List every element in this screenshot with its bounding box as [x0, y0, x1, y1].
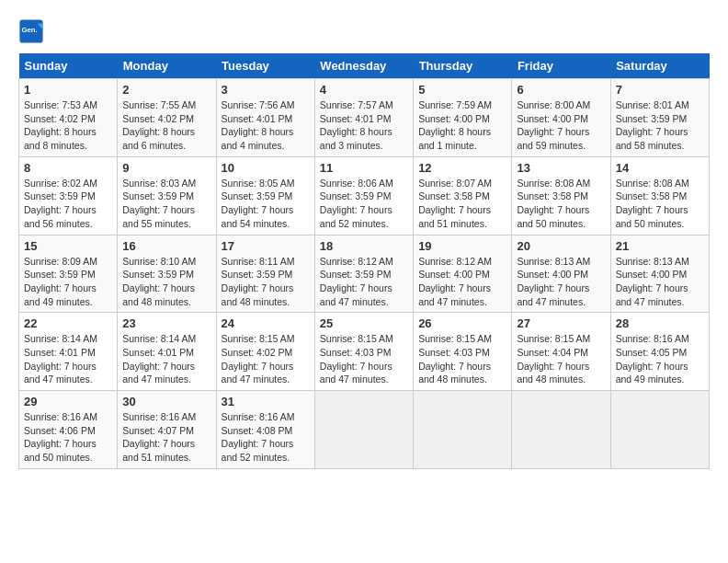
calendar-cell: 16 Sunrise: 8:10 AMSunset: 3:59 PMDaylig…: [118, 235, 216, 313]
day-detail: Sunrise: 8:08 AMSunset: 3:58 PMDaylight:…: [517, 178, 590, 229]
day-number: 14: [616, 161, 704, 175]
calendar-cell: 27 Sunrise: 8:15 AMSunset: 4:04 PMDaylig…: [512, 313, 610, 391]
calendar-cell: 21 Sunrise: 8:13 AMSunset: 4:00 PMDaylig…: [610, 235, 709, 313]
day-detail: Sunrise: 8:13 AMSunset: 4:00 PMDaylight:…: [616, 256, 689, 307]
calendar-week-5: 29 Sunrise: 8:16 AMSunset: 4:06 PMDaylig…: [19, 391, 710, 469]
day-number: 7: [616, 83, 704, 97]
calendar-cell: 4 Sunrise: 7:57 AMSunset: 4:01 PMDayligh…: [314, 79, 413, 157]
calendar-cell: 28 Sunrise: 8:16 AMSunset: 4:05 PMDaylig…: [610, 313, 709, 391]
day-number: 16: [122, 239, 210, 253]
day-detail: Sunrise: 8:05 AMSunset: 3:59 PMDaylight:…: [222, 178, 295, 229]
calendar-cell: 14 Sunrise: 8:08 AMSunset: 3:58 PMDaylig…: [610, 156, 709, 235]
day-number: 22: [24, 316, 112, 330]
day-number: 2: [122, 83, 210, 97]
day-number: 28: [616, 316, 704, 330]
day-detail: Sunrise: 8:15 AMSunset: 4:03 PMDaylight:…: [418, 333, 492, 385]
day-detail: Sunrise: 8:08 AMSunset: 3:58 PMDaylight:…: [616, 178, 689, 229]
weekday-header-tuesday: Tuesday: [216, 53, 314, 79]
day-detail: Sunrise: 8:14 AMSunset: 4:01 PMDaylight:…: [122, 333, 196, 385]
day-number: 4: [320, 83, 408, 97]
calendar-cell: 1 Sunrise: 7:53 AMSunset: 4:02 PMDayligh…: [19, 79, 118, 157]
day-number: 6: [517, 83, 605, 97]
day-number: 30: [122, 395, 210, 408]
day-detail: Sunrise: 8:12 AMSunset: 4:00 PMDaylight:…: [418, 256, 492, 307]
calendar-cell: 7 Sunrise: 8:01 AMSunset: 3:59 PMDayligh…: [610, 79, 709, 157]
header: Gen.: [18, 18, 710, 44]
day-detail: Sunrise: 8:00 AMSunset: 4:00 PMDaylight:…: [517, 99, 590, 151]
day-number: 31: [222, 395, 310, 408]
day-detail: Sunrise: 7:55 AMSunset: 4:02 PMDaylight:…: [122, 99, 196, 151]
day-number: 11: [320, 161, 408, 175]
day-number: 1: [24, 83, 112, 97]
day-number: 20: [517, 239, 605, 253]
calendar-cell: 6 Sunrise: 8:00 AMSunset: 4:00 PMDayligh…: [512, 79, 610, 157]
calendar-cell: 25 Sunrise: 8:15 AMSunset: 4:03 PMDaylig…: [314, 313, 413, 391]
day-number: 5: [418, 83, 506, 97]
day-detail: Sunrise: 7:57 AMSunset: 4:01 PMDaylight:…: [320, 99, 393, 151]
day-detail: Sunrise: 8:12 AMSunset: 3:59 PMDaylight:…: [320, 256, 393, 307]
calendar-cell: 24 Sunrise: 8:15 AMSunset: 4:02 PMDaylig…: [216, 313, 314, 391]
calendar-cell: 20 Sunrise: 8:13 AMSunset: 4:00 PMDaylig…: [512, 235, 610, 313]
day-number: 8: [24, 161, 112, 175]
day-detail: Sunrise: 8:15 AMSunset: 4:02 PMDaylight:…: [222, 333, 295, 385]
calendar-cell: 9 Sunrise: 8:03 AMSunset: 3:59 PMDayligh…: [118, 156, 216, 235]
calendar-cell: 23 Sunrise: 8:14 AMSunset: 4:01 PMDaylig…: [118, 313, 216, 391]
calendar-cell: 31 Sunrise: 8:16 AMSunset: 4:08 PMDaylig…: [216, 391, 314, 469]
calendar-cell: 2 Sunrise: 7:55 AMSunset: 4:02 PMDayligh…: [118, 79, 216, 157]
day-detail: Sunrise: 8:16 AMSunset: 4:06 PMDaylight:…: [24, 411, 97, 463]
weekday-header-friday: Friday: [512, 53, 610, 79]
day-detail: Sunrise: 8:03 AMSunset: 3:59 PMDaylight:…: [122, 178, 196, 229]
day-number: 27: [517, 316, 605, 330]
calendar-cell: 19 Sunrise: 8:12 AMSunset: 4:00 PMDaylig…: [414, 235, 512, 313]
logo-icon: Gen.: [18, 18, 44, 44]
calendar-cell: [314, 391, 413, 469]
calendar-cell: [610, 391, 709, 469]
day-number: 17: [222, 239, 310, 253]
day-detail: Sunrise: 8:15 AMSunset: 4:03 PMDaylight:…: [320, 333, 393, 385]
day-number: 9: [122, 161, 210, 175]
day-detail: Sunrise: 8:16 AMSunset: 4:05 PMDaylight:…: [616, 333, 689, 385]
day-detail: Sunrise: 8:14 AMSunset: 4:01 PMDaylight:…: [24, 333, 97, 385]
calendar-cell: [512, 391, 610, 469]
day-detail: Sunrise: 7:53 AMSunset: 4:02 PMDaylight:…: [24, 99, 97, 151]
calendar-week-1: 1 Sunrise: 7:53 AMSunset: 4:02 PMDayligh…: [19, 79, 710, 157]
calendar-cell: 29 Sunrise: 8:16 AMSunset: 4:06 PMDaylig…: [19, 391, 118, 469]
day-detail: Sunrise: 8:09 AMSunset: 3:59 PMDaylight:…: [24, 256, 97, 307]
calendar-cell: 8 Sunrise: 8:02 AMSunset: 3:59 PMDayligh…: [19, 156, 118, 235]
day-detail: Sunrise: 8:16 AMSunset: 4:07 PMDaylight:…: [122, 411, 196, 463]
day-number: 29: [24, 395, 112, 408]
day-number: 25: [320, 316, 408, 330]
calendar-week-2: 8 Sunrise: 8:02 AMSunset: 3:59 PMDayligh…: [19, 156, 710, 235]
calendar-cell: 10 Sunrise: 8:05 AMSunset: 3:59 PMDaylig…: [216, 156, 314, 235]
calendar-cell: 26 Sunrise: 8:15 AMSunset: 4:03 PMDaylig…: [414, 313, 512, 391]
day-detail: Sunrise: 7:56 AMSunset: 4:01 PMDaylight:…: [222, 99, 295, 151]
calendar-cell: 12 Sunrise: 8:07 AMSunset: 3:58 PMDaylig…: [414, 156, 512, 235]
day-detail: Sunrise: 8:06 AMSunset: 3:59 PMDaylight:…: [320, 178, 393, 229]
day-detail: Sunrise: 8:02 AMSunset: 3:59 PMDaylight:…: [24, 178, 97, 229]
day-number: 3: [222, 83, 310, 97]
day-number: 24: [222, 316, 310, 330]
calendar-cell: 22 Sunrise: 8:14 AMSunset: 4:01 PMDaylig…: [19, 313, 118, 391]
day-detail: Sunrise: 8:11 AMSunset: 3:59 PMDaylight:…: [222, 256, 295, 307]
calendar-week-4: 22 Sunrise: 8:14 AMSunset: 4:01 PMDaylig…: [19, 313, 710, 391]
day-number: 23: [122, 316, 210, 330]
day-detail: Sunrise: 8:15 AMSunset: 4:04 PMDaylight:…: [517, 333, 590, 385]
calendar-cell: 17 Sunrise: 8:11 AMSunset: 3:59 PMDaylig…: [216, 235, 314, 313]
day-number: 18: [320, 239, 408, 253]
day-number: 21: [616, 239, 704, 253]
calendar-cell: [414, 391, 512, 469]
day-detail: Sunrise: 8:10 AMSunset: 3:59 PMDaylight:…: [122, 256, 196, 307]
day-number: 26: [418, 316, 506, 330]
day-detail: Sunrise: 8:13 AMSunset: 4:00 PMDaylight:…: [517, 256, 590, 307]
weekday-header-thursday: Thursday: [414, 53, 512, 79]
day-detail: Sunrise: 8:16 AMSunset: 4:08 PMDaylight:…: [222, 411, 295, 463]
calendar-cell: 18 Sunrise: 8:12 AMSunset: 3:59 PMDaylig…: [314, 235, 413, 313]
day-number: 15: [24, 239, 112, 253]
svg-text:Gen.: Gen.: [22, 26, 38, 34]
day-detail: Sunrise: 8:01 AMSunset: 3:59 PMDaylight:…: [616, 99, 689, 151]
day-detail: Sunrise: 7:59 AMSunset: 4:00 PMDaylight:…: [418, 99, 492, 151]
calendar-cell: 11 Sunrise: 8:06 AMSunset: 3:59 PMDaylig…: [314, 156, 413, 235]
calendar-cell: 3 Sunrise: 7:56 AMSunset: 4:01 PMDayligh…: [216, 79, 314, 157]
calendar-table: SundayMondayTuesdayWednesdayThursdayFrid…: [18, 53, 710, 469]
calendar-cell: 13 Sunrise: 8:08 AMSunset: 3:58 PMDaylig…: [512, 156, 610, 235]
